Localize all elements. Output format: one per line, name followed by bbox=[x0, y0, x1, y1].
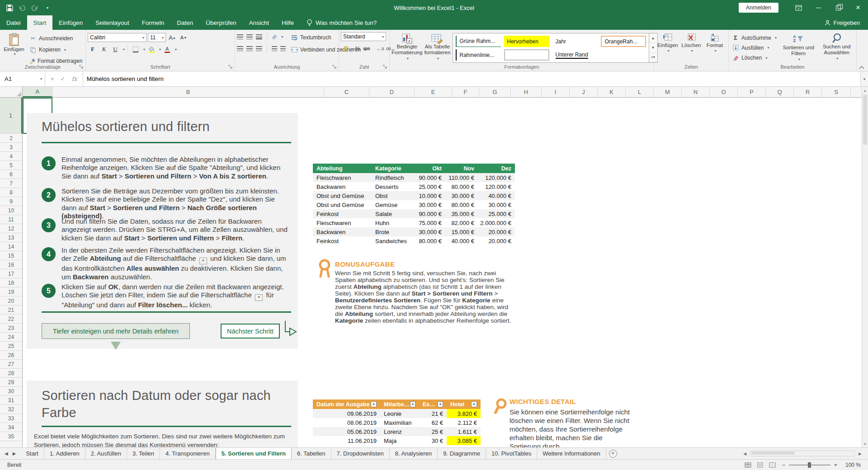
formula-bar-expand-icon[interactable]: ▾ bbox=[860, 71, 868, 86]
cancel-entry-icon[interactable]: × bbox=[51, 75, 54, 82]
confirm-entry-icon[interactable]: ✓ bbox=[61, 75, 66, 82]
orientation-icon[interactable]: ab bbox=[271, 33, 278, 40]
sheet-tab-3-teilen[interactable]: 3. Teilen bbox=[127, 448, 160, 459]
row-header-13[interactable]: 13 bbox=[0, 233, 22, 242]
align-top-icon[interactable] bbox=[237, 34, 243, 39]
format-cells-button[interactable]: Format ▾ bbox=[703, 32, 726, 63]
menu-tab-ansicht[interactable]: Ansicht bbox=[243, 15, 275, 30]
page-layout-view-icon[interactable] bbox=[757, 462, 764, 468]
next-step-button[interactable]: Nächster Schritt bbox=[221, 324, 280, 338]
cell-style-rahmenlinie[interactable]: Rahmenlinie... bbox=[456, 49, 501, 61]
row-header-7[interactable]: 7 bbox=[0, 179, 22, 188]
row-header-21[interactable]: 21 bbox=[0, 306, 22, 315]
zoom-slider[interactable] bbox=[789, 465, 830, 465]
cell[interactable]: 2.112 € bbox=[447, 418, 481, 427]
row-header-27[interactable]: 27 bbox=[0, 360, 22, 369]
row-header-4[interactable]: 4 bbox=[0, 152, 22, 161]
save-button[interactable] bbox=[5, 4, 14, 12]
cell[interactable]: 11.06.2019 bbox=[313, 436, 380, 445]
conditional-formatting-button[interactable]: ≠ Bedingte Formatierung ▾ bbox=[392, 32, 422, 63]
row-header-2[interactable]: 2 bbox=[0, 134, 22, 143]
align-center-icon[interactable] bbox=[246, 46, 253, 51]
customize-quick-access-icon[interactable]: ▾ bbox=[43, 4, 52, 12]
copy-button[interactable]: Kopieren▾ bbox=[28, 44, 84, 55]
row-header-34[interactable]: 34 bbox=[0, 423, 22, 432]
row-header-32[interactable]: 32 bbox=[0, 405, 22, 414]
scroll-left-icon[interactable]: ◀ bbox=[741, 451, 748, 456]
row-header-24[interactable]: 24 bbox=[0, 333, 22, 342]
delete-cells-button[interactable]: Löschen ▾ bbox=[679, 32, 703, 63]
column-header-d[interactable]: D bbox=[369, 87, 415, 97]
column-header-a[interactable]: A bbox=[23, 87, 52, 97]
select-all-corner[interactable] bbox=[0, 87, 23, 98]
column-header-n[interactable]: N bbox=[682, 87, 710, 97]
font-size-select[interactable]: 11▾ bbox=[148, 33, 166, 42]
column-header-okt[interactable]: Okt bbox=[415, 164, 445, 173]
cell[interactable]: 90.000 € bbox=[415, 173, 445, 182]
cell[interactable]: 10.000 € bbox=[415, 191, 445, 200]
cell[interactable]: Salate bbox=[372, 209, 415, 218]
cell[interactable]: 30.000 € bbox=[445, 191, 478, 200]
minimize-button[interactable] bbox=[808, 0, 828, 15]
column-header-abteilung[interactable]: Abteilung bbox=[313, 164, 372, 173]
align-right-icon[interactable] bbox=[256, 46, 262, 51]
cell[interactable]: 75.000 € bbox=[415, 218, 445, 227]
sheet-tab-9-diagramme[interactable]: 9. Diagramme bbox=[438, 448, 486, 459]
increase-indent-icon[interactable] bbox=[280, 46, 286, 51]
sign-in-button[interactable]: Anmelden bbox=[739, 3, 778, 13]
cell[interactable]: 30.000 € bbox=[478, 200, 515, 209]
cell[interactable]: 40.000 € bbox=[478, 191, 515, 200]
cell[interactable]: 80.000 € bbox=[445, 182, 478, 191]
font-name-select[interactable]: Calibri▾ bbox=[88, 33, 146, 42]
number-format-select[interactable]: Standard▾ bbox=[341, 32, 386, 41]
row-header-17[interactable]: 17 bbox=[0, 269, 22, 278]
new-sheet-button[interactable]: + bbox=[606, 448, 620, 459]
sheet-tab-weitere-informationen[interactable]: Weitere Informationen bbox=[537, 448, 606, 459]
normal-view-icon[interactable] bbox=[745, 462, 751, 468]
cell[interactable]: 120.000 € bbox=[478, 182, 515, 191]
cell[interactable]: Obst bbox=[372, 191, 415, 200]
tell-me-box[interactable]: Was möchten Sie tun? bbox=[300, 15, 383, 30]
column-header-datum-der-ausgabe[interactable]: Datum der Ausgabe▾ bbox=[313, 400, 380, 409]
column-header-s[interactable]: S bbox=[822, 87, 851, 97]
cell[interactable]: 3.085 € bbox=[447, 436, 481, 445]
column-header-p[interactable]: P bbox=[738, 87, 766, 97]
vertical-scroll-thumb[interactable] bbox=[863, 95, 867, 145]
cell[interactable]: Feinkost bbox=[313, 236, 372, 245]
cell[interactable]: 62 € bbox=[419, 418, 447, 427]
row-header-31[interactable]: 31 bbox=[0, 396, 22, 405]
fill-color-button[interactable] bbox=[146, 44, 156, 54]
cell[interactable]: 30.000 € bbox=[415, 200, 445, 209]
insert-function-icon[interactable]: fx bbox=[72, 75, 77, 82]
accounting-format-button[interactable] bbox=[341, 44, 349, 54]
cell[interactable]: Gemüse bbox=[372, 200, 415, 209]
cell[interactable]: 08.06.2019 bbox=[313, 418, 380, 427]
cell[interactable]: 1.611 € bbox=[447, 427, 481, 436]
zoom-level[interactable]: 100 % bbox=[844, 462, 861, 468]
dialog-launcher-icon[interactable] bbox=[79, 65, 84, 69]
paste-button[interactable]: Einfügen ▾ bbox=[2, 32, 26, 56]
cell-style-grüne-rahm[interactable]: Grüne Rahm... bbox=[456, 36, 501, 47]
menu-tab-daten[interactable]: Daten bbox=[170, 15, 199, 30]
filter-dropdown-button[interactable]: ▾ bbox=[438, 401, 443, 407]
vertical-scrollbar[interactable]: ▲ ▼ bbox=[862, 87, 868, 447]
cell[interactable]: Fleischwaren bbox=[313, 218, 372, 227]
dialog-launcher-icon[interactable] bbox=[332, 65, 337, 69]
cell[interactable]: 09.06.2019 bbox=[313, 409, 380, 418]
row-header-3[interactable]: 3 bbox=[0, 143, 22, 152]
column-header-g[interactable]: G bbox=[479, 87, 511, 97]
cell[interactable]: 3.820 € bbox=[447, 409, 481, 418]
cell[interactable]: 90.000 € bbox=[415, 209, 445, 218]
cell[interactable]: 110.000 € bbox=[445, 173, 478, 182]
row-header-18[interactable]: 18 bbox=[0, 278, 22, 287]
insert-cells-button[interactable]: Einfügen ▾ bbox=[656, 32, 679, 63]
cell[interactable]: 05.06.2019 bbox=[313, 427, 380, 436]
close-button[interactable]: × bbox=[848, 0, 868, 15]
zoom-slider-thumb[interactable] bbox=[808, 462, 811, 468]
filter-dropdown-button[interactable]: ▾ bbox=[410, 401, 415, 407]
sheet-tab-5-sortieren-und-filtern[interactable]: 5. Sortieren und Filtern bbox=[216, 448, 292, 459]
zoom-out-icon[interactable]: − bbox=[782, 462, 785, 468]
cell[interactable]: 40.000 € bbox=[445, 236, 478, 245]
cell-style-hervorheben[interactable]: Hervorheben bbox=[504, 36, 549, 47]
details-button[interactable]: Tiefer einsteigen und mehr Details erfah… bbox=[42, 323, 190, 339]
